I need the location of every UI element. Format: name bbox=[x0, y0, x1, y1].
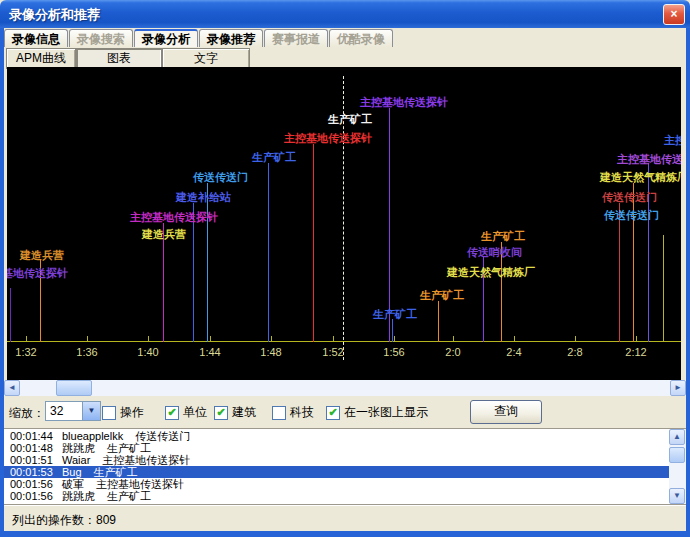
axis-tick-label: 1:40 bbox=[126, 346, 170, 358]
tab-recommend[interactable]: 录像推荐 bbox=[199, 29, 263, 47]
tab-bar: 录像信息录像搜索录像分析录像推荐赛事报道优酷录像 bbox=[4, 29, 686, 48]
dropdown-button[interactable]: ▼ bbox=[82, 402, 100, 420]
event-time: 00:01:53 bbox=[10, 467, 62, 478]
chart-canvas[interactable]: 建造兵营主控基地传送探针主控基地传送探针建造兵营建造补给站传送传送门生产矿工主控… bbox=[7, 67, 681, 380]
event-player: Waiar bbox=[62, 455, 90, 466]
event-player: Bug bbox=[62, 467, 82, 478]
event-line bbox=[633, 183, 634, 342]
tab-reports[interactable]: 赛事报道 bbox=[264, 29, 328, 47]
axis-tick-label: 1:52 bbox=[311, 346, 355, 358]
event-label: 建造兵营 bbox=[142, 227, 186, 242]
tab-info[interactable]: 录像信息 bbox=[4, 29, 68, 47]
window-border-right bbox=[686, 28, 690, 530]
event-label: 建造兵营 bbox=[20, 248, 64, 263]
axis-tick bbox=[148, 336, 149, 341]
event-label: 生产矿工 bbox=[373, 307, 417, 322]
event-label: 传送传送门 bbox=[604, 208, 659, 223]
unchecked-box[interactable] bbox=[102, 406, 116, 420]
list-item[interactable]: 00:01:51Waiar主控基地传送探针 bbox=[4, 454, 669, 466]
query-button[interactable]: 查询 bbox=[470, 400, 542, 424]
zoom-dropdown[interactable]: 32 ▼ bbox=[45, 401, 101, 421]
chart-hscrollbar[interactable]: ◄ ► bbox=[4, 380, 686, 396]
event-line bbox=[268, 163, 269, 342]
scroll-right-button[interactable]: ► bbox=[670, 380, 686, 396]
event-label: 传送传送门 bbox=[193, 170, 248, 185]
checkbox-units[interactable]: ✔单位 bbox=[165, 403, 207, 417]
tab-search[interactable]: 录像搜索 bbox=[69, 29, 133, 47]
axis-tick bbox=[333, 336, 334, 341]
time-axis bbox=[7, 341, 681, 342]
axis-tick bbox=[87, 336, 88, 341]
checkbox-buildings[interactable]: ✔建筑 bbox=[214, 403, 256, 417]
event-label: 生产矿工 bbox=[328, 112, 372, 127]
axis-tick-label: 1:48 bbox=[249, 346, 293, 358]
event-time: 00:01:48 bbox=[10, 443, 62, 454]
event-line bbox=[438, 301, 439, 342]
event-time: 00:01:51 bbox=[10, 455, 62, 466]
event-time: 00:01:56 bbox=[10, 479, 62, 490]
list-item[interactable]: 00:01:48跳跳虎生产矿工 bbox=[4, 442, 669, 454]
event-label: 主控基地传送探针 bbox=[284, 131, 372, 146]
close-button[interactable]: × bbox=[663, 4, 685, 25]
title-bar[interactable]: 录像分析和推荐 × bbox=[0, 0, 690, 28]
chart-hscroll-thumb[interactable] bbox=[56, 380, 92, 396]
checked-icon[interactable]: ✔ bbox=[165, 406, 179, 420]
view-switch-bar: APM曲线图表文字 bbox=[4, 48, 686, 67]
checkbox-label: 单位 bbox=[183, 405, 207, 419]
scroll-down-icon: ▼ bbox=[673, 491, 681, 500]
checkbox-label: 科技 bbox=[290, 405, 314, 419]
event-label: 生产矿工 bbox=[420, 288, 464, 303]
axis-tick-label: 1:56 bbox=[372, 346, 416, 358]
scroll-up-button[interactable]: ▲ bbox=[669, 429, 685, 445]
window: 录像分析和推荐 × 录像信息录像搜索录像分析录像推荐赛事报道优酷录像 APM曲线… bbox=[0, 0, 690, 537]
list-item[interactable]: 00:01:44blueapplelkk传送传送门 bbox=[4, 430, 669, 442]
axis-tick bbox=[453, 336, 454, 341]
view-button-chart[interactable]: 图表 bbox=[76, 48, 162, 69]
event-label: 主控基地传送探针 bbox=[7, 266, 68, 281]
axis-tick-label: 1:44 bbox=[188, 346, 232, 358]
axis-tick bbox=[514, 336, 515, 341]
tab-youku[interactable]: 优酷录像 bbox=[329, 29, 393, 47]
scroll-right-icon: ► bbox=[674, 383, 682, 392]
filter-toolbar: 缩放： 32 ▼ 操作✔单位✔建筑科技✔在一张图上显示 查询 bbox=[4, 396, 686, 428]
event-label: 建造天然气精炼厂 bbox=[600, 170, 681, 185]
event-action: 主控基地传送探针 bbox=[96, 478, 184, 490]
axis-tick bbox=[636, 336, 637, 341]
scroll-left-icon: ◄ bbox=[8, 383, 16, 392]
event-line bbox=[313, 144, 314, 342]
checked-icon[interactable]: ✔ bbox=[214, 406, 228, 420]
event-player: 破軍 bbox=[62, 479, 84, 490]
event-line bbox=[207, 183, 208, 342]
unchecked-box[interactable] bbox=[272, 406, 286, 420]
checkbox-tech[interactable]: 科技 bbox=[272, 403, 314, 417]
event-rows: 00:01:44blueapplelkk传送传送门00:01:48跳跳虎生产矿工… bbox=[4, 430, 669, 502]
scroll-up-icon: ▲ bbox=[673, 432, 681, 441]
checkbox-label: 建筑 bbox=[232, 405, 256, 419]
event-time: 00:01:44 bbox=[10, 431, 62, 442]
view-button-apm-curve[interactable]: APM曲线 bbox=[6, 48, 76, 69]
event-label: 主控基地传送探针 bbox=[130, 210, 218, 225]
event-action: 生产矿工 bbox=[94, 466, 138, 478]
axis-tick-label: 2:8 bbox=[553, 346, 597, 358]
close-icon: × bbox=[670, 7, 677, 21]
checkbox-operations[interactable]: 操作 bbox=[102, 403, 144, 417]
event-label: 传送传送门 bbox=[602, 190, 657, 205]
list-item[interactable]: 00:01:56跳跳虎生产矿工 bbox=[4, 490, 669, 502]
list-vscroll-thumb[interactable] bbox=[669, 447, 685, 463]
axis-tick bbox=[26, 336, 27, 341]
status-bar: 列出的操作数：809 bbox=[4, 504, 686, 531]
axis-tick-label: 2:12 bbox=[614, 346, 658, 358]
event-action: 生产矿工 bbox=[107, 442, 151, 454]
checkbox-single-image[interactable]: ✔在一张图上显示 bbox=[326, 403, 428, 417]
checked-icon[interactable]: ✔ bbox=[326, 406, 340, 420]
list-vscrollbar[interactable]: ▲ ▼ bbox=[669, 429, 686, 504]
event-player: 跳跳虎 bbox=[62, 443, 95, 454]
event-list[interactable]: 00:01:44blueapplelkk传送传送门00:01:48跳跳虎生产矿工… bbox=[4, 428, 686, 504]
scroll-left-button[interactable]: ◄ bbox=[4, 380, 20, 396]
list-item[interactable]: 00:01:53Bug生产矿工 bbox=[4, 466, 669, 478]
view-button-text[interactable]: 文字 bbox=[162, 48, 250, 69]
list-item[interactable]: 00:01:56破軍主控基地传送探针 bbox=[4, 478, 669, 490]
scroll-down-button[interactable]: ▼ bbox=[669, 488, 685, 504]
tab-analysis[interactable]: 录像分析 bbox=[134, 29, 198, 47]
axis-tick bbox=[271, 336, 272, 341]
